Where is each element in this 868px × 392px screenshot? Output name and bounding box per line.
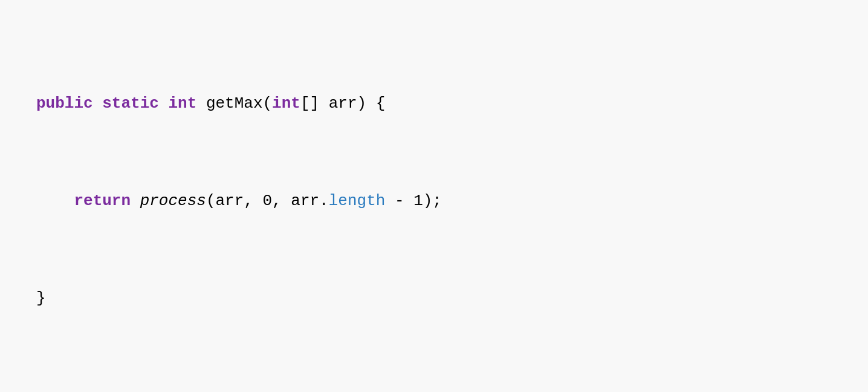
code-block: public static int getMax(int[] arr) { re… xyxy=(36,18,832,392)
line-3: } xyxy=(36,286,832,310)
line-2: return process(arr, 0, arr.length - 1); xyxy=(36,189,832,213)
line-blank xyxy=(36,384,832,392)
line-1: public static int getMax(int[] arr) { xyxy=(36,91,832,116)
code-container: public static int getMax(int[] arr) { re… xyxy=(0,0,868,392)
